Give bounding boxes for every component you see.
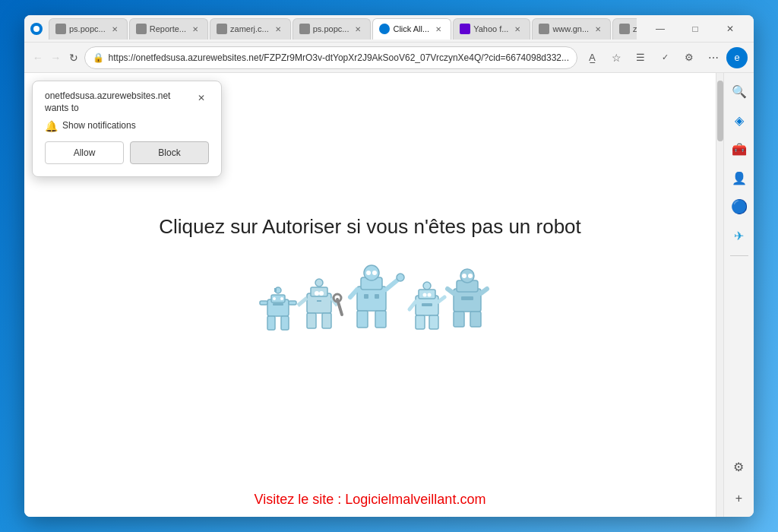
settings-button[interactable]: ⋯ xyxy=(702,46,725,69)
popup-close-button[interactable]: ✕ xyxy=(194,90,209,106)
sidebar: 🔍 ◈ 🧰 👤 🔵 ✈ + ⚙ xyxy=(723,73,754,517)
tab-8-favicon xyxy=(619,24,630,34)
tab-4-close[interactable]: ✕ xyxy=(352,23,364,35)
svg-point-39 xyxy=(423,293,427,296)
title-bar: ps.popc... ✕ Reporte... ✕ zamerj.c... ✕ xyxy=(24,15,754,43)
tab-5-close[interactable]: ✕ xyxy=(432,23,444,35)
tab-4-favicon xyxy=(299,24,310,34)
tab-6-label: Yahoo f... xyxy=(473,24,508,33)
tab-2[interactable]: Reporte... ✕ xyxy=(129,18,208,40)
tab-5-favicon xyxy=(379,24,390,34)
tab-7-label: www.gn... xyxy=(552,24,589,33)
sidebar-favorites-icon[interactable]: ◈ xyxy=(727,108,751,132)
svg-rect-11 xyxy=(289,301,296,305)
address-text: https://onetfedsusa.azurewebsites.net/FZ… xyxy=(109,52,569,63)
svg-rect-37 xyxy=(419,290,435,299)
svg-point-28 xyxy=(372,271,377,275)
tab-6-close[interactable]: ✕ xyxy=(511,23,523,35)
back-button[interactable]: ← xyxy=(30,46,46,69)
svg-line-45 xyxy=(438,297,444,302)
maximize-button[interactable]: □ xyxy=(678,18,713,40)
sidebar-telegram-icon[interactable]: ✈ xyxy=(727,223,751,248)
scrollbar-track[interactable] xyxy=(716,73,723,517)
svg-line-44 xyxy=(410,302,416,309)
tab-8[interactable]: zamerj.c... ✕ xyxy=(612,18,637,40)
tab-6-favicon xyxy=(460,24,470,34)
svg-point-5 xyxy=(273,297,276,300)
sidebar-add-icon[interactable]: + xyxy=(727,486,751,511)
tab-6[interactable]: Yahoo f... ✕ xyxy=(453,18,530,40)
refresh-button[interactable]: ↻ xyxy=(66,46,81,69)
svg-point-49 xyxy=(462,274,466,278)
read-aloud-button[interactable]: A̲ xyxy=(580,46,603,69)
tabs-area: ps.popc... ✕ Reporte... ✕ zamerj.c... ✕ xyxy=(49,18,637,40)
tab-5-active[interactable]: Click All... ✕ xyxy=(372,18,451,40)
popup-description: Show notifications xyxy=(62,120,136,132)
svg-rect-31 xyxy=(357,311,368,328)
robots-illustration xyxy=(248,261,492,360)
collections-button[interactable]: ☰ xyxy=(629,46,652,69)
svg-rect-32 xyxy=(375,311,386,328)
address-bar[interactable]: 🔒 https://onetfedsusa.azurewebsites.net/… xyxy=(84,46,577,69)
tab-4[interactable]: ps.popc... ✕ xyxy=(293,18,372,40)
history-button[interactable]: ✓ xyxy=(653,46,676,69)
browser-window: ps.popc... ✕ Reporte... ✕ zamerj.c... ✕ xyxy=(24,15,754,517)
notification-popup: onetfedsusa.azurewebsites.net wants to 🔔… xyxy=(32,81,222,177)
tab-1[interactable]: ps.popc... ✕ xyxy=(49,18,128,40)
svg-line-20 xyxy=(298,298,307,306)
svg-point-16 xyxy=(319,291,324,296)
sidebar-settings-icon[interactable]: ⚙ xyxy=(726,454,751,479)
popup-buttons: Allow Block xyxy=(45,141,209,164)
page-heading: Cliquez sur Autoriser si vous n'êtes pas… xyxy=(159,215,581,239)
tab-3[interactable]: zamerj.c... ✕ xyxy=(210,18,291,40)
svg-point-15 xyxy=(315,291,319,296)
svg-point-40 xyxy=(428,293,432,296)
main-content: onetfedsusa.azurewebsites.net wants to 🔔… xyxy=(24,73,716,517)
tab-4-label: ps.popc... xyxy=(313,24,349,33)
popup-header: onetfedsusa.azurewebsites.net wants to 🔔… xyxy=(45,90,209,132)
favorites-button[interactable]: ☆ xyxy=(605,46,628,69)
svg-rect-4 xyxy=(274,288,277,292)
svg-line-54 xyxy=(448,289,454,293)
forward-button[interactable]: → xyxy=(49,46,64,69)
svg-line-55 xyxy=(481,289,487,293)
close-button[interactable]: ✕ xyxy=(713,18,748,40)
svg-point-6 xyxy=(280,297,283,300)
tab-3-label: zamerj.c... xyxy=(230,24,269,33)
tab-7[interactable]: www.gn... ✕ xyxy=(532,18,611,40)
nav-right-buttons: A̲ ☆ ☰ ✓ ⚙ ⋯ e xyxy=(580,46,748,69)
allow-button[interactable]: Allow xyxy=(45,141,124,164)
block-button[interactable]: Block xyxy=(130,141,209,164)
svg-line-35 xyxy=(350,290,357,297)
extensions-button[interactable]: ⚙ xyxy=(678,46,701,69)
browser-profile-icon xyxy=(30,23,43,35)
svg-rect-52 xyxy=(454,312,464,327)
sidebar-search-icon[interactable]: 🔍 xyxy=(727,79,751,103)
tab-3-close[interactable]: ✕ xyxy=(272,23,284,35)
svg-point-27 xyxy=(366,271,371,275)
svg-point-38 xyxy=(423,282,431,290)
sidebar-edge-icon[interactable]: 🔵 xyxy=(727,195,751,219)
svg-rect-30 xyxy=(375,294,379,299)
minimize-button[interactable]: — xyxy=(643,18,678,40)
svg-point-50 xyxy=(468,274,473,278)
nav-bar: ← → ↻ 🔒 https://onetfedsusa.azurewebsite… xyxy=(24,43,754,73)
svg-rect-29 xyxy=(364,294,368,299)
sidebar-user-icon[interactable]: 👤 xyxy=(727,166,751,190)
svg-rect-19 xyxy=(322,313,331,328)
scrollbar-thumb[interactable] xyxy=(717,81,723,141)
sidebar-briefcase-icon[interactable]: 🧰 xyxy=(727,137,751,161)
edge-profile-button[interactable]: e xyxy=(726,47,748,68)
popup-title: onetfedsusa.azurewebsites.net wants to xyxy=(45,90,194,114)
svg-rect-13 xyxy=(311,287,327,296)
tab-1-close[interactable]: ✕ xyxy=(109,23,121,35)
svg-point-34 xyxy=(397,274,404,281)
svg-rect-7 xyxy=(273,303,283,306)
svg-rect-53 xyxy=(470,312,481,327)
browser-body: onetfedsusa.azurewebsites.net wants to 🔔… xyxy=(24,73,754,517)
tab-2-close[interactable]: ✕ xyxy=(189,23,201,35)
desktop: ps.popc... ✕ Reporte... ✕ zamerj.c... ✕ xyxy=(0,0,778,532)
tab-5-label: Click All... xyxy=(393,24,429,33)
tab-8-label: zamerj.c... xyxy=(633,24,637,33)
tab-7-close[interactable]: ✕ xyxy=(592,23,604,35)
